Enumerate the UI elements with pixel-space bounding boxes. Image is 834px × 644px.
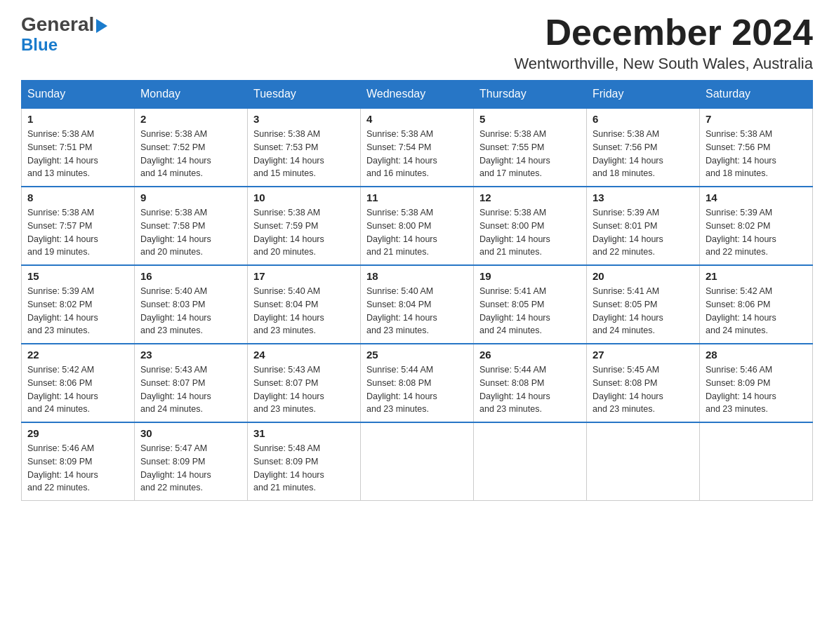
table-row xyxy=(587,422,700,501)
calendar-week-row: 15 Sunrise: 5:39 AM Sunset: 8:02 PM Dayl… xyxy=(22,265,813,344)
day-info: Sunrise: 5:44 AM Sunset: 8:08 PM Dayligh… xyxy=(479,363,581,416)
day-number: 26 xyxy=(479,349,581,361)
day-number: 25 xyxy=(366,349,468,361)
table-row: 1 Sunrise: 5:38 AM Sunset: 7:51 PM Dayli… xyxy=(22,108,135,187)
table-row: 28 Sunrise: 5:46 AM Sunset: 8:09 PM Dayl… xyxy=(700,344,813,422)
day-number: 23 xyxy=(140,349,241,361)
table-row: 3 Sunrise: 5:38 AM Sunset: 7:53 PM Dayli… xyxy=(248,108,361,187)
table-row: 7 Sunrise: 5:38 AM Sunset: 7:56 PM Dayli… xyxy=(700,108,813,187)
day-number: 3 xyxy=(253,113,355,125)
day-info: Sunrise: 5:38 AM Sunset: 7:55 PM Dayligh… xyxy=(479,128,581,180)
day-info: Sunrise: 5:38 AM Sunset: 7:56 PM Dayligh… xyxy=(593,128,694,180)
calendar-table: Sunday Monday Tuesday Wednesday Thursday… xyxy=(21,80,813,501)
day-number: 27 xyxy=(593,349,694,361)
day-number: 12 xyxy=(479,192,581,203)
col-tuesday: Tuesday xyxy=(248,81,361,109)
day-info: Sunrise: 5:41 AM Sunset: 8:05 PM Dayligh… xyxy=(479,285,581,337)
table-row: 5 Sunrise: 5:38 AM Sunset: 7:55 PM Dayli… xyxy=(474,108,587,187)
day-number: 6 xyxy=(593,113,694,125)
logo-general-text: General xyxy=(21,14,107,36)
table-row: 31 Sunrise: 5:48 AM Sunset: 8:09 PM Dayl… xyxy=(248,422,361,501)
day-info: Sunrise: 5:39 AM Sunset: 8:02 PM Dayligh… xyxy=(706,206,807,259)
day-number: 8 xyxy=(27,192,128,203)
day-info: Sunrise: 5:40 AM Sunset: 8:03 PM Dayligh… xyxy=(140,285,241,337)
table-row: 16 Sunrise: 5:40 AM Sunset: 8:03 PM Dayl… xyxy=(135,265,248,344)
day-info: Sunrise: 5:46 AM Sunset: 8:09 PM Dayligh… xyxy=(706,363,807,416)
day-info: Sunrise: 5:42 AM Sunset: 8:06 PM Dayligh… xyxy=(706,285,807,337)
day-info: Sunrise: 5:38 AM Sunset: 8:00 PM Dayligh… xyxy=(366,206,468,259)
col-friday: Friday xyxy=(587,81,700,109)
day-info: Sunrise: 5:42 AM Sunset: 8:06 PM Dayligh… xyxy=(27,363,128,416)
day-number: 2 xyxy=(140,113,241,125)
page-header: General Blue December 2024 Wentworthvill… xyxy=(21,14,813,73)
day-number: 13 xyxy=(593,192,694,203)
day-number: 7 xyxy=(706,113,807,125)
day-number: 14 xyxy=(706,192,807,203)
day-info: Sunrise: 5:39 AM Sunset: 8:02 PM Dayligh… xyxy=(27,285,128,337)
calendar-week-row: 29 Sunrise: 5:46 AM Sunset: 8:09 PM Dayl… xyxy=(22,422,813,501)
table-row: 23 Sunrise: 5:43 AM Sunset: 8:07 PM Dayl… xyxy=(135,344,248,422)
table-row xyxy=(474,422,587,501)
day-number: 9 xyxy=(140,192,241,203)
table-row: 19 Sunrise: 5:41 AM Sunset: 8:05 PM Dayl… xyxy=(474,265,587,344)
table-row: 29 Sunrise: 5:46 AM Sunset: 8:09 PM Dayl… xyxy=(22,422,135,501)
day-number: 21 xyxy=(706,270,807,282)
day-number: 22 xyxy=(27,349,128,361)
day-number: 4 xyxy=(366,113,468,125)
table-row: 11 Sunrise: 5:38 AM Sunset: 8:00 PM Dayl… xyxy=(361,187,474,265)
day-info: Sunrise: 5:46 AM Sunset: 8:09 PM Dayligh… xyxy=(27,442,128,495)
table-row: 12 Sunrise: 5:38 AM Sunset: 8:00 PM Dayl… xyxy=(474,187,587,265)
table-row: 17 Sunrise: 5:40 AM Sunset: 8:04 PM Dayl… xyxy=(248,265,361,344)
day-info: Sunrise: 5:38 AM Sunset: 8:00 PM Dayligh… xyxy=(479,206,581,259)
calendar-week-row: 22 Sunrise: 5:42 AM Sunset: 8:06 PM Dayl… xyxy=(22,344,813,422)
day-number: 10 xyxy=(253,192,355,203)
table-row: 30 Sunrise: 5:47 AM Sunset: 8:09 PM Dayl… xyxy=(135,422,248,501)
col-wednesday: Wednesday xyxy=(361,81,474,109)
table-row: 22 Sunrise: 5:42 AM Sunset: 8:06 PM Dayl… xyxy=(22,344,135,422)
day-number: 17 xyxy=(253,270,355,282)
day-info: Sunrise: 5:38 AM Sunset: 7:53 PM Dayligh… xyxy=(253,128,355,180)
day-info: Sunrise: 5:38 AM Sunset: 7:59 PM Dayligh… xyxy=(253,206,355,259)
day-info: Sunrise: 5:38 AM Sunset: 7:54 PM Dayligh… xyxy=(366,128,468,180)
day-info: Sunrise: 5:45 AM Sunset: 8:08 PM Dayligh… xyxy=(593,363,694,416)
day-number: 19 xyxy=(479,270,581,282)
table-row: 24 Sunrise: 5:43 AM Sunset: 8:07 PM Dayl… xyxy=(248,344,361,422)
col-monday: Monday xyxy=(135,81,248,109)
day-number: 20 xyxy=(593,270,694,282)
table-row: 9 Sunrise: 5:38 AM Sunset: 7:58 PM Dayli… xyxy=(135,187,248,265)
table-row: 21 Sunrise: 5:42 AM Sunset: 8:06 PM Dayl… xyxy=(700,265,813,344)
day-info: Sunrise: 5:38 AM Sunset: 7:52 PM Dayligh… xyxy=(140,128,241,180)
day-info: Sunrise: 5:38 AM Sunset: 7:51 PM Dayligh… xyxy=(27,128,128,180)
day-number: 1 xyxy=(27,113,128,125)
col-sunday: Sunday xyxy=(22,81,135,109)
day-info: Sunrise: 5:38 AM Sunset: 7:56 PM Dayligh… xyxy=(706,128,807,180)
day-number: 18 xyxy=(366,270,468,282)
day-info: Sunrise: 5:47 AM Sunset: 8:09 PM Dayligh… xyxy=(140,442,241,495)
col-saturday: Saturday xyxy=(700,81,813,109)
day-info: Sunrise: 5:41 AM Sunset: 8:05 PM Dayligh… xyxy=(593,285,694,337)
day-number: 16 xyxy=(140,270,241,282)
day-info: Sunrise: 5:38 AM Sunset: 7:58 PM Dayligh… xyxy=(140,206,241,259)
day-number: 11 xyxy=(366,192,468,203)
day-info: Sunrise: 5:44 AM Sunset: 8:08 PM Dayligh… xyxy=(366,363,468,416)
table-row: 20 Sunrise: 5:41 AM Sunset: 8:05 PM Dayl… xyxy=(587,265,700,344)
table-row: 10 Sunrise: 5:38 AM Sunset: 7:59 PM Dayl… xyxy=(248,187,361,265)
table-row: 15 Sunrise: 5:39 AM Sunset: 8:02 PM Dayl… xyxy=(22,265,135,344)
table-row: 4 Sunrise: 5:38 AM Sunset: 7:54 PM Dayli… xyxy=(361,108,474,187)
table-row: 8 Sunrise: 5:38 AM Sunset: 7:57 PM Dayli… xyxy=(22,187,135,265)
logo-blue-text: Blue xyxy=(21,36,107,54)
calendar-week-row: 1 Sunrise: 5:38 AM Sunset: 7:51 PM Dayli… xyxy=(22,108,813,187)
day-number: 28 xyxy=(706,349,807,361)
day-info: Sunrise: 5:43 AM Sunset: 8:07 PM Dayligh… xyxy=(253,363,355,416)
day-info: Sunrise: 5:43 AM Sunset: 8:07 PM Dayligh… xyxy=(140,363,241,416)
day-info: Sunrise: 5:38 AM Sunset: 7:57 PM Dayligh… xyxy=(27,206,128,259)
table-row: 13 Sunrise: 5:39 AM Sunset: 8:01 PM Dayl… xyxy=(587,187,700,265)
day-info: Sunrise: 5:40 AM Sunset: 8:04 PM Dayligh… xyxy=(253,285,355,337)
day-info: Sunrise: 5:40 AM Sunset: 8:04 PM Dayligh… xyxy=(366,285,468,337)
table-row: 18 Sunrise: 5:40 AM Sunset: 8:04 PM Dayl… xyxy=(361,265,474,344)
table-row: 27 Sunrise: 5:45 AM Sunset: 8:08 PM Dayl… xyxy=(587,344,700,422)
col-thursday: Thursday xyxy=(474,81,587,109)
table-row: 26 Sunrise: 5:44 AM Sunset: 8:08 PM Dayl… xyxy=(474,344,587,422)
day-info: Sunrise: 5:39 AM Sunset: 8:01 PM Dayligh… xyxy=(593,206,694,259)
day-number: 30 xyxy=(140,427,241,439)
